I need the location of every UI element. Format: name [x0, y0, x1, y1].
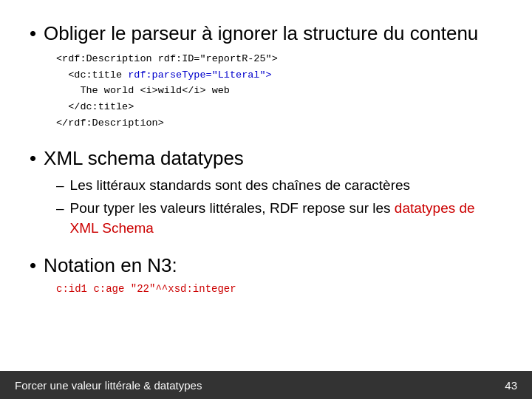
code-line-3: The world <i>wild</i> web	[56, 83, 502, 99]
sub-bullet-normal-text: Pour typer les valeurs littérales, RDF r…	[70, 200, 395, 216]
slide-content: • Obliger le parseur à ignorer la struct…	[0, 0, 532, 399]
bullet-title-2: • XML schema datatypes	[30, 147, 502, 170]
bullet-text-1: Obliger le parseur à ignorer la structur…	[44, 22, 478, 45]
footer-page-number: 43	[505, 379, 517, 392]
sub-bullets-2: – Les littéraux standards sont des chaîn…	[56, 176, 502, 238]
code-line-5: </rdf:Description>	[56, 115, 502, 132]
bullet-title-1: • Obliger le parseur à ignorer la struct…	[30, 22, 502, 45]
bullet-title-3: • Notation en N3:	[30, 254, 502, 277]
sub-bullet-text-2-1: Les littéraux standards sont des chaînes…	[70, 176, 410, 196]
bullet-text-2: XML schema datatypes	[44, 147, 244, 170]
code-highlight-1: rdf:parseType="Literal">	[128, 69, 271, 81]
bullet-section-2: • XML schema datatypes – Les littéraux s…	[30, 147, 502, 238]
bullet-dot-3: •	[30, 254, 36, 277]
dash-icon-2: –	[56, 199, 64, 219]
code-block-1: <rdf:Description rdf:ID="reportR-25"> <d…	[56, 51, 502, 131]
code-line-2: <dc:title rdf:parseType="Literal">	[56, 67, 502, 83]
bullet-section-1: • Obliger le parseur à ignorer la struct…	[30, 22, 502, 131]
bullet-text-3: Notation en N3:	[44, 254, 177, 277]
bullet-dot-2: •	[30, 147, 36, 170]
sub-bullet-2-2: – Pour typer les valeurs littérales, RDF…	[56, 199, 502, 238]
code-line-4: </dc:title>	[56, 99, 502, 115]
bullet-dot-1: •	[30, 22, 36, 45]
bullet-section-3: • Notation en N3: c:id1 c:age "22"^^xsd:…	[30, 254, 502, 295]
footer-title: Forcer une valeur littérale & datatypes	[15, 379, 202, 392]
slide-footer: Forcer une valeur littérale & datatypes …	[0, 371, 532, 399]
notation-code: c:id1 c:age "22"^^xsd:integer	[56, 283, 502, 295]
dash-icon-1: –	[56, 176, 64, 196]
sub-bullet-2-1: – Les littéraux standards sont des chaîn…	[56, 176, 502, 196]
sub-bullet-text-2-2: Pour typer les valeurs littérales, RDF r…	[70, 199, 502, 238]
code-line-1: <rdf:Description rdf:ID="reportR-25">	[56, 51, 502, 67]
